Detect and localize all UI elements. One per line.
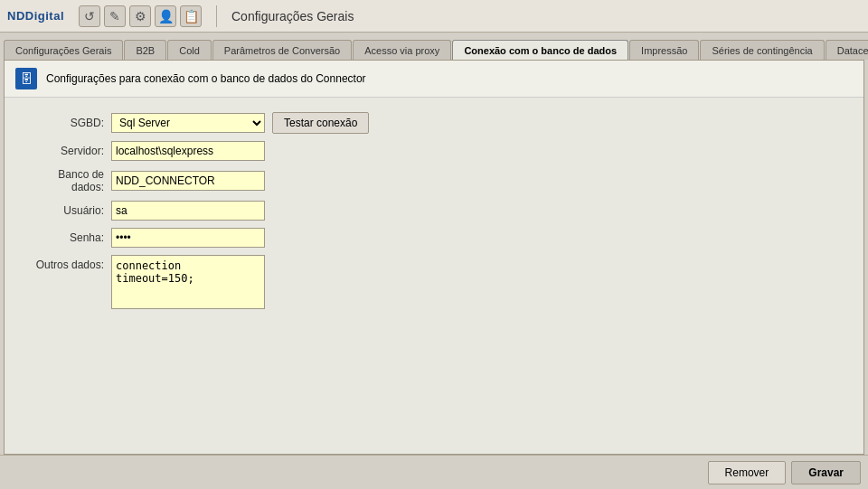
page-title: Configurações Gerais xyxy=(231,9,354,24)
tab-series-cont[interactable]: Séries de contingência xyxy=(700,40,824,60)
db-icon: 🗄 xyxy=(15,68,37,89)
info-description: Configurações para conexão com o banco d… xyxy=(46,72,366,85)
form-area: SGBD: Sql Server Oracle MySQL PostgreSQL… xyxy=(5,98,863,454)
banco-label: Banco de dados: xyxy=(23,168,104,193)
remover-button[interactable]: Remover xyxy=(708,461,787,484)
main-content: 🗄 Configurações para conexão com o banco… xyxy=(4,60,864,455)
senha-row: Senha: xyxy=(23,228,845,248)
clipboard-icon[interactable]: 📋 xyxy=(180,5,202,27)
tab-config-geral[interactable]: Configurações Gerais xyxy=(4,40,123,60)
tab-acesso-proxy[interactable]: Acesso via proxy xyxy=(353,40,451,60)
sgbd-row: SGBD: Sql Server Oracle MySQL PostgreSQL… xyxy=(23,112,845,134)
tab-params-conv[interactable]: Parâmetros de Conversão xyxy=(212,40,352,60)
tab-cold[interactable]: Cold xyxy=(167,40,212,60)
tab-datacenter[interactable]: Datacenter xyxy=(826,40,868,60)
tab-b2b[interactable]: B2B xyxy=(124,40,166,60)
tab-impressao[interactable]: Impressão xyxy=(629,40,699,60)
toolbar-separator xyxy=(216,5,217,27)
info-bar: 🗄 Configurações para conexão com o banco… xyxy=(5,61,863,98)
banco-input[interactable] xyxy=(111,171,265,191)
edit-icon[interactable]: ✎ xyxy=(104,5,126,27)
user-icon[interactable]: 👤 xyxy=(155,5,176,27)
senha-input[interactable] xyxy=(111,228,265,248)
refresh-icon[interactable]: ↺ xyxy=(79,5,100,27)
sgbd-select[interactable]: Sql Server Oracle MySQL PostgreSQL xyxy=(111,113,265,133)
banco-row: Banco de dados: xyxy=(23,168,845,193)
app-logo: NDDigital xyxy=(7,9,64,23)
usuario-row: Usuário: xyxy=(23,201,845,221)
toolbar: ↺ ✎ ⚙ 👤 📋 xyxy=(79,5,202,27)
outros-row: Outros dados: connection timeout=150; xyxy=(23,255,845,309)
usuario-label: Usuário: xyxy=(23,204,104,217)
servidor-label: Servidor: xyxy=(23,145,104,157)
outros-label: Outros dados: xyxy=(23,259,104,271)
outros-textarea[interactable]: connection timeout=150; xyxy=(111,255,265,309)
servidor-row: Servidor: xyxy=(23,141,845,161)
tabs-row: Configurações Gerais B2B Cold Parâmetros… xyxy=(0,33,868,60)
test-connection-button[interactable]: Testar conexão xyxy=(272,112,369,134)
servidor-input[interactable] xyxy=(111,141,265,161)
settings-icon[interactable]: ⚙ xyxy=(129,5,151,27)
bottom-bar: Remover Gravar xyxy=(0,455,868,489)
senha-label: Senha: xyxy=(23,231,104,244)
sgbd-label: SGBD: xyxy=(23,117,104,129)
gravar-button[interactable]: Gravar xyxy=(791,461,861,484)
tab-conexao-bd[interactable]: Conexão com o banco de dados xyxy=(452,40,628,60)
usuario-input[interactable] xyxy=(111,201,265,221)
